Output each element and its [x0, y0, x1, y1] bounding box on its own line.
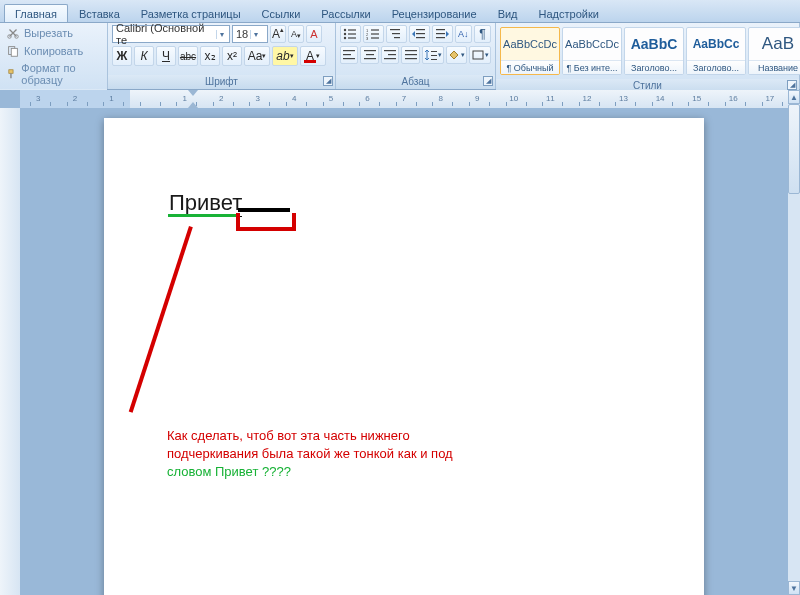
sort-button[interactable]: A↓ [455, 25, 472, 43]
svg-rect-26 [436, 37, 445, 38]
font-family-combo[interactable]: Calibri (Основной те ▾ [112, 25, 230, 43]
svg-rect-19 [392, 33, 400, 34]
style-heading2[interactable]: AaBbCc Заголово... [686, 27, 746, 75]
document-workspace: 3211234567891011121314151617 Привет Как … [0, 90, 800, 595]
bold-button[interactable]: Ж [112, 46, 132, 66]
tab-home[interactable]: Главная [4, 4, 68, 22]
superscript-button[interactable]: x² [222, 46, 242, 66]
svg-rect-41 [431, 59, 437, 60]
svg-rect-32 [364, 58, 376, 59]
font-size-combo[interactable]: 18 ▾ [232, 25, 268, 43]
svg-text:3: 3 [366, 36, 369, 40]
scissors-icon [6, 26, 20, 40]
vertical-ruler[interactable] [0, 108, 20, 595]
svg-rect-42 [473, 51, 483, 59]
svg-rect-13 [371, 29, 379, 30]
first-line-indent-marker[interactable] [188, 90, 198, 96]
bullets-button[interactable] [340, 25, 361, 43]
page-area: Привет Как сделать, чтоб вот эта часть н… [20, 108, 788, 595]
svg-rect-31 [366, 54, 374, 55]
svg-rect-25 [436, 33, 445, 34]
svg-rect-29 [343, 58, 355, 59]
tab-mailings[interactable]: Рассылки [311, 5, 380, 22]
styles-gallery[interactable]: AaBbCcDc ¶ Обычный AaBbCcDc ¶ Без инте..… [498, 25, 800, 77]
strike-button[interactable]: abc [178, 46, 198, 66]
tab-addins[interactable]: Надстройки [529, 5, 609, 22]
svg-rect-21 [416, 29, 425, 30]
shrink-font-button[interactable]: A▾ [288, 25, 304, 43]
style-heading1[interactable]: AaBbC Заголово... [624, 27, 684, 75]
scroll-down-button[interactable]: ▼ [788, 581, 800, 595]
numbering-button[interactable]: 123 [363, 25, 384, 43]
style-normal[interactable]: AaBbCcDc ¶ Обычный [500, 27, 560, 75]
copy-button[interactable]: Копировать [4, 43, 103, 59]
borders-icon [471, 49, 485, 61]
paintbrush-icon [6, 67, 17, 81]
svg-rect-38 [405, 58, 417, 59]
justify-button[interactable] [401, 46, 419, 64]
decrease-indent-button[interactable] [409, 25, 430, 43]
svg-rect-40 [431, 55, 437, 56]
underline-button[interactable]: Ч [156, 46, 176, 66]
tab-review[interactable]: Рецензирование [382, 5, 487, 22]
font-color-button[interactable]: A ▾ [300, 46, 326, 66]
svg-point-8 [344, 33, 346, 35]
line-spacing-button[interactable]: ▾ [422, 46, 444, 64]
increase-indent-button[interactable] [432, 25, 453, 43]
copy-label: Копировать [24, 45, 83, 57]
align-center-button[interactable] [360, 46, 378, 64]
svg-rect-15 [371, 33, 379, 34]
svg-rect-30 [364, 50, 376, 51]
show-marks-button[interactable]: ¶ [474, 25, 491, 43]
subscript-button[interactable]: x₂ [200, 46, 220, 66]
ribbon: Вырезать Копировать Формат по образцу Бу… [0, 22, 800, 90]
vertical-scrollbar[interactable]: ▲ ▼ [788, 90, 800, 595]
horizontal-ruler[interactable]: 3211234567891011121314151617 [20, 90, 788, 108]
svg-rect-17 [371, 37, 379, 38]
style-title[interactable]: АаВ Название [748, 27, 800, 75]
document-page[interactable]: Привет Как сделать, чтоб вот эта часть н… [104, 118, 704, 595]
format-painter-button[interactable]: Формат по образцу [4, 61, 103, 87]
document-text-word[interactable]: Привет [169, 190, 242, 217]
align-right-button[interactable] [381, 46, 399, 64]
cut-button[interactable]: Вырезать [4, 25, 103, 41]
svg-rect-27 [343, 50, 355, 51]
tab-insert[interactable]: Вставка [69, 5, 130, 22]
svg-rect-5 [10, 73, 11, 78]
annotation-red-bracket [236, 213, 296, 231]
style-no-spacing[interactable]: AaBbCcDc ¶ Без инте... [562, 27, 622, 75]
multilevel-list-button[interactable] [386, 25, 407, 43]
group-label-font: Шрифт ◢ [108, 75, 335, 89]
svg-rect-20 [394, 37, 400, 38]
svg-point-10 [344, 37, 346, 39]
highlight-button[interactable]: ab▾ [272, 46, 298, 66]
svg-rect-24 [436, 29, 445, 30]
tab-references[interactable]: Ссылки [252, 5, 311, 22]
tab-page-layout[interactable]: Разметка страницы [131, 5, 251, 22]
font-dialog-launcher[interactable]: ◢ [323, 76, 333, 86]
borders-button[interactable]: ▾ [469, 46, 491, 64]
annotation-thick-underline [238, 208, 290, 212]
align-left-button[interactable] [340, 46, 358, 64]
annotation-green-underline [168, 214, 238, 217]
svg-point-6 [344, 29, 346, 31]
grow-font-button[interactable]: A▴ [270, 25, 286, 43]
svg-rect-28 [343, 54, 351, 55]
format-painter-label: Формат по образцу [21, 62, 101, 86]
scroll-thumb[interactable] [788, 104, 800, 194]
clear-formatting-button[interactable]: A [306, 25, 322, 43]
change-case-button[interactable]: Aa▾ [244, 46, 270, 66]
scroll-up-button[interactable]: ▲ [788, 90, 800, 104]
svg-rect-22 [416, 33, 425, 34]
shading-button[interactable]: ▾ [446, 46, 468, 64]
group-label-paragraph: Абзац ◢ [336, 75, 495, 89]
svg-rect-4 [9, 70, 13, 74]
paragraph-dialog-launcher[interactable]: ◢ [483, 76, 493, 86]
annotation-red-arrow [129, 226, 193, 413]
svg-rect-11 [348, 37, 356, 38]
italic-button[interactable]: К [134, 46, 154, 66]
svg-rect-33 [384, 50, 396, 51]
tab-view[interactable]: Вид [488, 5, 528, 22]
styles-dialog-launcher[interactable]: ◢ [787, 80, 797, 90]
bucket-icon [447, 49, 461, 61]
